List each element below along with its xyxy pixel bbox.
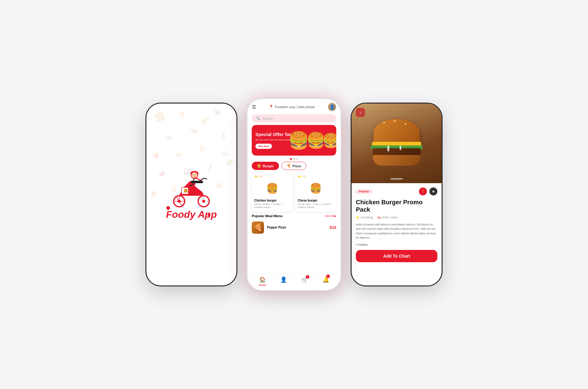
chese-burger-rating: ⭐ 4.5 bbox=[298, 175, 334, 178]
food-card-chicken-burger[interactable]: ⭐ 3.8 🍔 Chicken burger 100 gr chicken + … bbox=[252, 172, 293, 212]
nav-cart[interactable]: 🛒 2 bbox=[301, 276, 308, 286]
chicken-burger-image: 🍔 bbox=[254, 179, 290, 198]
add-to-cart-button[interactable]: Add To Chart bbox=[356, 250, 437, 262]
phones-container: 🍔 🍕 🌮 🍩 🥗 🍗 🌯 🍟 🥪 🍰 🍜 🥩 🍱 🥓 bbox=[145, 98, 443, 291]
scooter-illustration: 🍔 bbox=[167, 169, 216, 209]
rating-text: 4.8 Rating bbox=[360, 216, 373, 219]
profile-nav-icon: 👤 bbox=[280, 276, 287, 283]
pepper-pizza-price: $15 bbox=[330, 225, 336, 230]
swipe-indicator bbox=[390, 178, 403, 179]
bottom-nav: 🏠 Home 👤 🛒 2 🔔 1 bbox=[247, 274, 341, 290]
search-bar[interactable]: 🔍 Search bbox=[252, 114, 336, 123]
location-area: 📍 Freedom way, Lekki phase bbox=[258, 105, 326, 109]
dot-inactive-1 bbox=[293, 158, 295, 160]
chese-burger-name: Chese burger bbox=[298, 199, 334, 202]
detail-meta: ⭐ 4.8 Rating 🛍 2000+ Order bbox=[356, 216, 437, 219]
avatar-image: 👤 bbox=[328, 103, 336, 111]
search-placeholder: Search bbox=[262, 117, 273, 120]
banner-burger-images: 🍔 🍔 🍔 bbox=[288, 125, 336, 156]
home-nav-label: Home bbox=[259, 284, 266, 286]
chicken-burger-rating: ⭐ 3.8 bbox=[254, 175, 290, 178]
location-text: Freedom way, Lekki phase bbox=[275, 105, 315, 109]
home-nav-icon: 🏠 bbox=[259, 276, 266, 283]
location-action-button[interactable]: 📍 bbox=[419, 187, 427, 195]
detail-screen: ‹ bbox=[352, 104, 442, 285]
product-description: Nulla occaecat velit laborum exercitatio… bbox=[356, 222, 437, 240]
category-tabs: 🍔 Burger 🍕 Pizza bbox=[247, 162, 341, 172]
detail-content: Popular 📍 ♥ Chicken Burger Promo Pack ⭐ … bbox=[352, 183, 442, 285]
food-card-chese-burger[interactable]: ⭐ 4.5 🍔 Chese burger 100 gr meat + onion… bbox=[295, 172, 336, 212]
tab-pizza[interactable]: 🍕 Pizza bbox=[281, 162, 306, 170]
wishlist-action-button[interactable]: ♥ bbox=[429, 187, 437, 195]
popular-badge: Popular bbox=[356, 189, 372, 194]
pepper-pizza-name: Pepper Pizza bbox=[267, 226, 326, 229]
sauce-drip-2 bbox=[400, 146, 401, 150]
notify-badge: 1 bbox=[326, 274, 330, 278]
orders-meta: 🛍 2000+ Order bbox=[377, 216, 398, 219]
chicken-burger-name: Chicken burger bbox=[254, 199, 290, 202]
splash-screen: 🍔 🍕 🌮 🍩 🥗 🍗 🌯 🍟 🥪 🍰 🍜 🥩 🍱 🥓 bbox=[146, 104, 236, 285]
chicken-burger-desc: 100 gr chicken + tomato + cheese Lettuce bbox=[254, 203, 290, 209]
nav-home[interactable]: 🏠 Home bbox=[259, 276, 266, 286]
burger-tab-label: Burger bbox=[263, 164, 274, 168]
svg-text:🍔: 🍔 bbox=[183, 188, 188, 193]
app-name: Foody App bbox=[166, 209, 217, 220]
banner-buy-button[interactable]: Buy Now bbox=[255, 144, 272, 149]
see-all-link[interactable]: See All ▶ bbox=[325, 214, 336, 217]
banner-pagination-dots bbox=[247, 158, 341, 160]
pizza-tab-label: Pizza bbox=[292, 164, 301, 168]
popular-section-title: Popular Meal Menu bbox=[252, 214, 282, 218]
banner-burger-2: 🍔 bbox=[306, 131, 325, 149]
cart-badge: 2 bbox=[306, 275, 309, 279]
detail-action-buttons: 📍 ♥ bbox=[419, 187, 437, 195]
pizza-tab-icon: 🍕 bbox=[287, 164, 291, 168]
svg-rect-23 bbox=[191, 181, 203, 183]
dot-inactive-2 bbox=[296, 158, 298, 160]
detail-product-title: Chicken Burger Promo Pack bbox=[356, 198, 437, 213]
promo-banner: Special Offer for March We are here with… bbox=[252, 125, 336, 156]
dot-active bbox=[290, 158, 292, 160]
detail-hero-image: ‹ bbox=[352, 104, 442, 183]
svg-point-22 bbox=[202, 200, 205, 203]
location-pin-icon: 📍 bbox=[269, 105, 273, 109]
splash-content: 🍔 Foody App bbox=[166, 169, 217, 220]
product-ingredient: • Chicken bbox=[356, 243, 437, 246]
home-screen: ☰ 📍 Freedom way, Lekki phase 👤 🔍 Search bbox=[247, 99, 341, 290]
burger-hero bbox=[352, 104, 442, 183]
orders-text: 2000+ Order bbox=[382, 216, 398, 219]
phone-2-home: ☰ 📍 Freedom way, Lekki phase 👤 🔍 Search bbox=[247, 98, 341, 291]
phone-3-detail: ‹ bbox=[351, 103, 443, 286]
back-button[interactable]: ‹ bbox=[356, 108, 365, 117]
chese-burger-desc: 100 gr meat + onion + tomato + Lettuce c… bbox=[298, 203, 334, 209]
home-header: ☰ 📍 Freedom way, Lekki phase 👤 bbox=[247, 99, 341, 113]
bag-icon: 🛍 bbox=[377, 216, 381, 219]
phone-1-splash: 🍔 🍕 🌮 🍩 🥗 🍗 🌯 🍟 🥪 🍰 🍜 🥩 🍱 🥓 bbox=[145, 103, 237, 286]
food-grid: ⭐ 3.8 🍔 Chicken burger 100 gr chicken + … bbox=[247, 172, 341, 214]
nav-notify[interactable]: 🔔 1 bbox=[322, 276, 329, 286]
popular-section-header: Popular Meal Menu See All ▶ bbox=[247, 214, 341, 220]
chese-burger-image: 🍔 bbox=[298, 179, 334, 198]
hamburger-menu-icon[interactable]: ☰ bbox=[252, 104, 256, 110]
popular-item-pepper-pizza[interactable]: 🍕 Pepper Pizza $15 bbox=[247, 220, 341, 236]
burger-tab-icon: 🍔 bbox=[257, 164, 261, 168]
bun-bottom bbox=[373, 155, 420, 166]
search-icon: 🔍 bbox=[256, 116, 260, 120]
nav-profile[interactable]: 👤 bbox=[280, 276, 287, 286]
star-icon: ⭐ bbox=[356, 216, 359, 219]
avatar[interactable]: 👤 bbox=[328, 103, 336, 111]
burger-visual bbox=[366, 113, 427, 174]
pepper-pizza-image: 🍕 bbox=[252, 221, 264, 234]
sauce-drip-1 bbox=[387, 146, 389, 151]
rating-meta: ⭐ 4.8 Rating bbox=[356, 216, 373, 219]
tab-burger[interactable]: 🍔 Burger bbox=[252, 162, 279, 170]
detail-badges: Popular 📍 ♥ bbox=[356, 187, 437, 195]
